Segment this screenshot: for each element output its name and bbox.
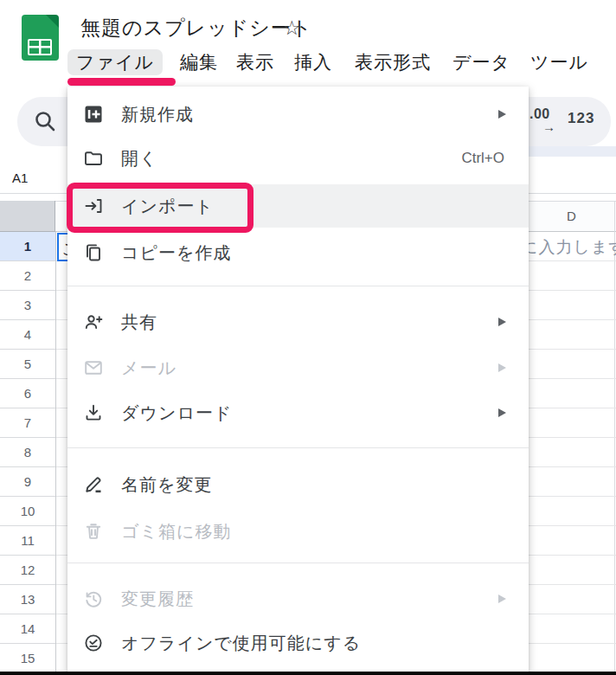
row-header-1[interactable]: 1 (0, 232, 55, 261)
menu-item-label: 名前を変更 (121, 463, 212, 506)
menu-item-label: ゴミ箱に移動 (121, 510, 231, 553)
menubar-item-5[interactable]: データ (452, 49, 510, 75)
menu-item-label: 変更履歴 (121, 577, 194, 620)
google-sheets-window: 無題のスプレッドシート ☆ ファイル編集表示挿入表示形式データツール .00 →… (0, 0, 616, 675)
menu-item-download[interactable]: ダウンロード (67, 391, 529, 434)
row-headers: 123456789101112131415 (0, 232, 55, 673)
menubar-item-1[interactable]: 編集 (180, 49, 218, 75)
row-header-7[interactable]: 7 (0, 408, 55, 438)
row-header-6[interactable]: 6 (0, 379, 55, 408)
menubar-item-6[interactable]: ツール (530, 49, 588, 75)
annotation-box-import (67, 183, 253, 233)
file-menu-dropdown: 新規作成開くCtrl+Oインポートコピーを作成共有メールダウンロード名前を変更ゴ… (67, 87, 529, 675)
grid-area-right[interactable] (529, 232, 616, 673)
menu-item-folder[interactable]: 開くCtrl+O (67, 137, 529, 180)
menubar: ファイル編集表示挿入表示形式データツール (0, 49, 616, 75)
submenu-arrow-icon (498, 363, 506, 372)
menubar-item-4[interactable]: 表示形式 (355, 49, 431, 75)
select-all-corner[interactable] (0, 201, 55, 232)
menu-divider (67, 447, 529, 448)
grid-area-left-sliver[interactable] (56, 232, 67, 673)
row-header-12[interactable]: 12 (0, 556, 55, 585)
row-header-5[interactable]: 5 (0, 350, 55, 379)
new-file-icon (83, 104, 104, 125)
menu-item-pencil[interactable]: 名前を変更 (67, 463, 529, 506)
row-header-4[interactable]: 4 (0, 320, 55, 350)
search-icon[interactable] (32, 108, 58, 134)
star-icon[interactable]: ☆ (283, 16, 301, 40)
menu-item-trash: ゴミ箱に移動 (67, 510, 529, 553)
row-header-3[interactable]: 3 (0, 291, 55, 320)
download-icon (83, 402, 104, 423)
menu-divider (67, 286, 529, 286)
row-header-9[interactable]: 9 (0, 467, 55, 497)
row-header-15[interactable]: 15 (0, 644, 55, 673)
toolbar-lower-band (529, 146, 616, 157)
pencil-icon (83, 474, 104, 495)
submenu-arrow-icon (498, 318, 506, 326)
menu-item-label: メール (121, 346, 176, 389)
menubar-item-2[interactable]: 表示 (236, 49, 274, 75)
person-add-icon (83, 312, 104, 332)
submenu-arrow-icon (498, 408, 506, 417)
menu-item-offline[interactable]: オフラインで使用可能にする (67, 621, 529, 665)
decimal-places-icon[interactable]: .00 → (529, 106, 564, 138)
trash-icon (83, 521, 104, 542)
offline-icon (83, 633, 104, 653)
menu-item-label: コピーを作成 (121, 231, 231, 274)
folder-icon (83, 148, 104, 169)
menubar-item-file[interactable]: ファイル (67, 49, 163, 75)
menu-divider (67, 562, 529, 563)
menu-item-label: ダウンロード (121, 391, 232, 434)
menu-item-shortcut: Ctrl+O (461, 137, 504, 180)
menu-item-label: 新規作成 (121, 93, 194, 136)
annotation-underline-file (67, 78, 176, 86)
row-header-14[interactable]: 14 (0, 614, 55, 644)
submenu-arrow-icon (498, 110, 506, 119)
menu-item-copy[interactable]: コピーを作成 (67, 231, 529, 274)
menubar-item-3[interactable]: 挿入 (294, 49, 332, 75)
row1-overflow-text: に入力します (521, 236, 616, 259)
copy-icon (83, 242, 104, 263)
row-header-10[interactable]: 10 (0, 497, 55, 526)
mail-icon (83, 357, 104, 378)
submenu-arrow-icon (498, 595, 506, 603)
spreadsheet-title[interactable]: 無題のスプレッドシート (80, 15, 312, 42)
menu-item-label: 共有 (121, 300, 157, 344)
menu-item-label: 開く (121, 137, 157, 180)
menu-item-person-add[interactable]: 共有 (67, 300, 529, 344)
menu-item-new-file[interactable]: 新規作成 (67, 93, 529, 136)
screenshot-bottom-border (0, 672, 616, 675)
row-header-13[interactable]: 13 (0, 585, 55, 614)
name-box[interactable]: A1 (12, 170, 28, 185)
menu-item-mail: メール (67, 346, 529, 389)
row-header-11[interactable]: 11 (0, 526, 55, 556)
number-format-button[interactable]: 123 (568, 110, 594, 127)
column-header-d[interactable]: D (529, 201, 614, 232)
menu-item-label: オフラインで使用可能にする (121, 621, 361, 665)
row-header-8[interactable]: 8 (0, 438, 55, 467)
history-icon (83, 588, 104, 609)
menu-item-history: 変更履歴 (67, 577, 529, 620)
row-header-2[interactable]: 2 (0, 261, 55, 291)
